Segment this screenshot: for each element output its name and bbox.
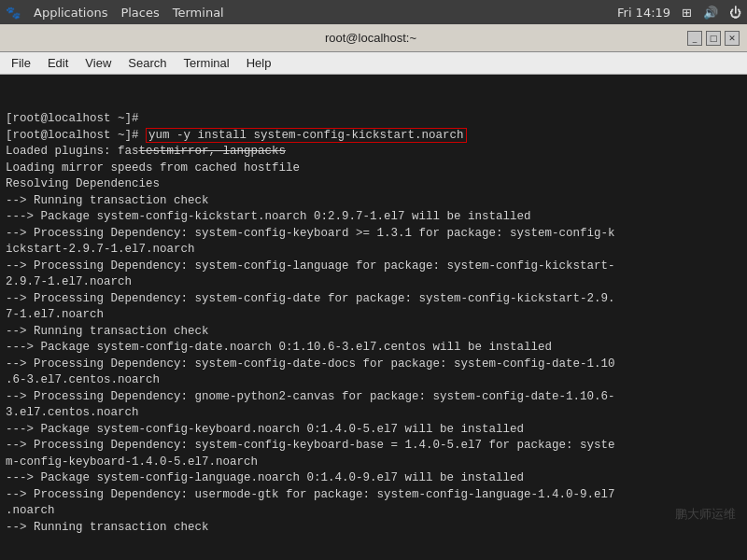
places-menu[interactable]: Places <box>120 6 159 20</box>
terminal-menu[interactable]: Terminal <box>173 6 224 20</box>
menu-item-file[interactable]: File <box>4 54 38 72</box>
power-icon[interactable]: ⏻ <box>729 6 741 20</box>
prompt: [root@localhost ~]# <box>6 129 146 142</box>
menu-item-search[interactable]: Search <box>120 54 174 72</box>
system-logo: 🐾 <box>6 6 21 20</box>
terminal-line-plugins: Loaded plugins: fastestmirror, langpacks <box>6 144 741 161</box>
title-bar: root@localhost:~ _ □ ✕ <box>0 24 747 52</box>
terminal-line: 3.el7.centos.noarch <box>6 405 741 422</box>
maximize-button[interactable]: □ <box>706 31 721 46</box>
datetime-display: Fri 14:19 <box>617 6 670 20</box>
terminal-line: 2.9.7-1.el7.noarch <box>6 274 741 291</box>
close-button[interactable]: ✕ <box>725 31 740 46</box>
terminal-line: --> Processing Dependency: system-config… <box>6 357 741 373</box>
terminal-line: --> Processing Dependency: system-config… <box>6 226 741 243</box>
terminal-line: 7-1.el7.noarch <box>6 307 741 324</box>
terminal-line: --> Processing Dependency: gnome-python2… <box>6 389 741 406</box>
menu-item-edit[interactable]: Edit <box>40 54 76 72</box>
terminal-line: ickstart-2.9.7-1.el7.noarch <box>6 242 741 259</box>
menu-item-help[interactable]: Help <box>239 54 279 72</box>
highlighted-command: yum -y install system-config-kickstart.n… <box>146 128 467 143</box>
volume-icon: 🔊 <box>703 6 718 20</box>
terminal-body[interactable]: [root@localhost ~]#[root@localhost ~]# y… <box>0 75 747 560</box>
terminal-line: --> Processing Dependency: system-config… <box>6 291 741 308</box>
terminal-line-cmd: [root@localhost ~]# yum -y install syste… <box>6 128 741 145</box>
minimize-button[interactable]: _ <box>687 31 702 46</box>
network-icon: ⊞ <box>682 6 692 20</box>
terminal-line: --> Processing Dependency: system-config… <box>6 438 741 455</box>
window-controls: _ □ ✕ <box>687 31 740 46</box>
terminal-line: ---> Package system-config-language.noar… <box>6 470 741 487</box>
terminal-line: ---> Package system-config-keyboard.noar… <box>6 422 741 439</box>
terminal-line: --> Processing Dependency: usermode-gtk … <box>6 487 741 504</box>
menu-item-view[interactable]: View <box>78 54 119 72</box>
terminal-line: .noarch <box>6 503 741 520</box>
terminal-line: m-config-keyboard-1.4.0-5.el7.noarch <box>6 455 741 471</box>
system-bar-left: 🐾 Applications Places Terminal <box>6 6 224 20</box>
terminal-line: Resolving Dependencies <box>6 176 741 193</box>
applications-menu[interactable]: Applications <box>34 6 107 20</box>
system-bar-right: Fri 14:19 ⊞ 🔊 ⏻ <box>617 6 741 20</box>
terminal-line: Loading mirror speeds from cached hostfi… <box>6 161 741 177</box>
strikethrough-text: testmirror, langpacks <box>139 145 287 158</box>
terminal-line: ---> Package system-config-date.noarch 0… <box>6 340 741 357</box>
menu-item-terminal[interactable]: Terminal <box>176 54 237 72</box>
terminal-window: root@localhost:~ _ □ ✕ FileEditViewSearc… <box>0 24 747 560</box>
terminal-line-prev: [root@localhost ~]# <box>6 111 741 128</box>
terminal-line: --> Running transaction check <box>6 520 741 537</box>
system-bar: 🐾 Applications Places Terminal Fri 14:19… <box>0 0 747 24</box>
terminal-line: .6-3.el7.centos.noarch <box>6 372 741 389</box>
window-title: root@localhost:~ <box>54 31 687 45</box>
terminal-line: ---> Package system-config-kickstart.noa… <box>6 209 741 226</box>
terminal-line: --> Running transaction check <box>6 324 741 341</box>
terminal-line: --> Running transaction check <box>6 193 741 210</box>
menu-bar: FileEditViewSearchTerminalHelp <box>0 52 747 75</box>
terminal-line: --> Processing Dependency: system-config… <box>6 259 741 275</box>
